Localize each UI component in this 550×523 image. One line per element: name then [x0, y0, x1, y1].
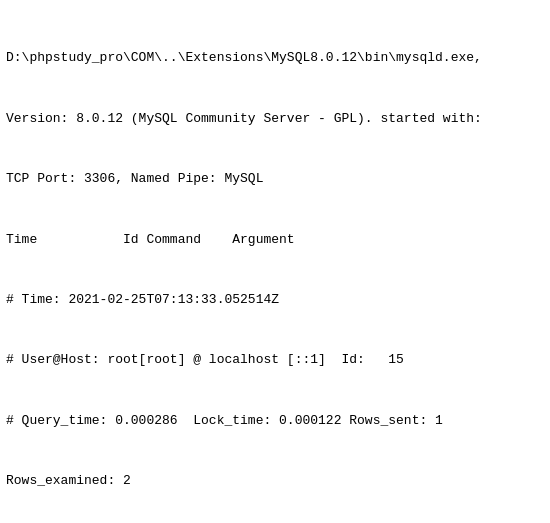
columns-header-line: Time Id Command Argument — [6, 230, 544, 250]
line-1: D:\phpstudy_pro\COM\..\Extensions\MySQL8… — [6, 48, 544, 68]
line-rowsexamined: Rows_examined: 2 — [6, 471, 544, 491]
terminal-output: D:\phpstudy_pro\COM\..\Extensions\MySQL8… — [0, 0, 550, 523]
line-querytime: # Query_time: 0.000286 Lock_time: 0.0001… — [6, 411, 544, 431]
line-3: TCP Port: 3306, Named Pipe: MySQL — [6, 169, 544, 189]
line-userhost: # User@Host: root[root] @ localhost [::1… — [6, 350, 544, 370]
line-time: # Time: 2021-02-25T07:13:33.052514Z — [6, 290, 544, 310]
line-2: Version: 8.0.12 (MySQL Community Server … — [6, 109, 544, 129]
